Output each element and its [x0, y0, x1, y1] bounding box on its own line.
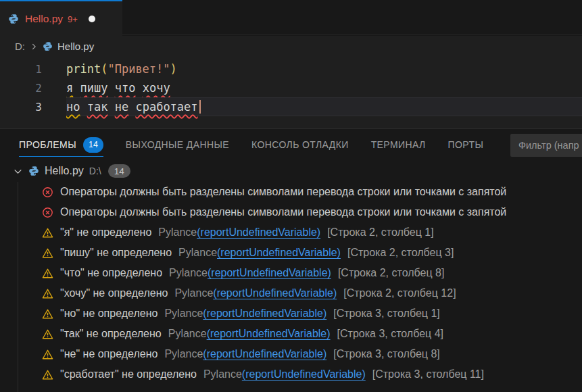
code-line-content[interactable]: print("Привет!") [66, 59, 582, 78]
code-editor[interactable]: 1print("Привет!")2я пишу что хочу3но так… [0, 57, 582, 128]
problem-location: [Строка 3, столбец 11] [372, 368, 484, 381]
problem-code-link[interactable]: (reportUndefinedVariable) [213, 287, 337, 299]
line-number: 1 [0, 63, 42, 76]
problem-location: [Строка 2, столбец 8] [338, 267, 444, 279]
warning-icon [42, 369, 53, 381]
problem-source: Pylance [174, 287, 213, 299]
problem-message: "так" не определено [60, 328, 162, 340]
problems-count-badge: 14 [108, 164, 130, 178]
code-line-content[interactable]: я пишу что хочу [66, 78, 582, 97]
code-line-content[interactable]: но так не сработает [66, 97, 582, 116]
code-token: пишу [80, 81, 108, 95]
panel-tab-консоль-отладки[interactable]: КОНСОЛЬ ОТЛАДКИ [251, 129, 349, 160]
code-line-1[interactable]: 1print("Привет!") [0, 59, 582, 78]
problem-message: Операторы должны быть разделены символам… [60, 206, 506, 218]
problems-file-path: D:\ [89, 166, 101, 176]
problems-filter-input[interactable] [510, 134, 582, 157]
warning-icon [42, 328, 53, 340]
panel-tab-проблемы[interactable]: ПРОБЛЕМЫ14 [19, 129, 103, 160]
problem-source: Pylance [158, 226, 197, 239]
problem-row[interactable]: "пишу" не определеноPylance(reportUndefi… [0, 243, 582, 263]
tab-title: Hello.py [25, 13, 63, 25]
problem-message: "хочу" не определено [60, 287, 168, 299]
vscode-window: Hello.py 9+ D: Hello.py 1print("Привет!"… [0, 0, 582, 392]
problem-row[interactable]: "не" не определеноPylance(reportUndefine… [0, 344, 582, 364]
line-number: 2 [0, 82, 42, 95]
problems-tree: Hello.py D:\ 14 Операторы должны быть ра… [0, 160, 582, 392]
warning-icon [42, 268, 53, 279]
problems-file-name: Hello.py [45, 165, 84, 177]
code-token: сработает [135, 100, 197, 114]
problem-message: Операторы должны быть разделены символам… [60, 186, 506, 198]
problem-row[interactable]: Операторы должны быть разделены символам… [0, 182, 582, 202]
problem-source: Pylance [178, 247, 217, 259]
problem-message: "сработает" не определено [60, 368, 197, 381]
code-line-3[interactable]: 3но так не сработает [0, 97, 582, 116]
panel-tab-порты[interactable]: ПОРТЫ [448, 129, 484, 160]
problem-row[interactable]: Операторы должны быть разделены символам… [0, 202, 582, 222]
tree-indent-guide [18, 182, 18, 392]
problem-row[interactable]: "я" не определеноPylance(reportUndefined… [0, 222, 582, 243]
code-token [80, 100, 87, 114]
problem-location: [Строка 2, столбец 12] [343, 287, 456, 299]
problem-location: [Строка 3, столбец 8] [333, 348, 439, 360]
code-line-2[interactable]: 2я пишу что хочу [0, 78, 582, 97]
problem-row[interactable]: "хочу" не определеноPylance(reportUndefi… [0, 283, 582, 303]
warning-icon [42, 308, 53, 320]
code-token: print [66, 62, 101, 76]
problems-file-group[interactable]: Hello.py D:\ 14 [0, 160, 582, 182]
problem-location: [Строка 2, столбец 3] [347, 247, 454, 259]
problem-message: "но" не определено [60, 308, 157, 320]
panel-tab-label: ТЕРМИНАЛ [371, 139, 426, 150]
python-icon [8, 14, 19, 24]
problem-code-link[interactable]: (reportUndefinedVariable) [208, 267, 331, 279]
problem-row[interactable]: "что" не определеноPylance(reportUndefin… [0, 263, 582, 283]
problem-location: [Строка 3, столбец 4] [337, 328, 443, 340]
warning-icon [42, 349, 53, 360]
code-token: что [115, 81, 136, 95]
problem-source: Pylance [164, 348, 203, 360]
code-token: не [115, 100, 128, 114]
code-token: я [66, 81, 73, 95]
panel-tab-выходные-данные[interactable]: ВЫХОДНЫЕ ДАННЫЕ [126, 129, 229, 160]
chevron-down-icon[interactable] [12, 166, 24, 177]
modified-dot-icon[interactable] [89, 16, 95, 22]
code-token: "Привет!" [107, 62, 170, 76]
problem-message: "что" не определено [60, 267, 162, 279]
warning-icon [42, 288, 53, 299]
code-token [73, 81, 80, 95]
problem-message: "пишу" не определено [60, 247, 172, 259]
problem-source: Pylance [203, 368, 242, 381]
panel-tab-label: ПОРТЫ [448, 139, 484, 150]
problem-code-link[interactable]: (reportUndefinedVariable) [242, 368, 366, 381]
problem-code-link[interactable]: (reportUndefinedVariable) [217, 247, 341, 259]
problem-location: [Строка 3, столбец 1] [333, 308, 439, 320]
code-token: ( [101, 62, 107, 76]
bottom-panel: ПРОБЛЕМЫ14ВЫХОДНЫЕ ДАННЫЕКОНСОЛЬ ОТЛАДКИ… [0, 128, 582, 392]
code-token: но [66, 100, 80, 114]
problem-message: "не" не определено [60, 348, 157, 360]
problem-code-link[interactable]: (reportUndefinedVariable) [203, 308, 326, 320]
chevron-right-icon [29, 42, 39, 51]
problem-row[interactable]: "но" не определеноPylance(reportUndefine… [0, 303, 582, 324]
problem-code-link[interactable]: (reportUndefinedVariable) [207, 328, 331, 340]
editor-tab-bar: Hello.py 9+ [0, 0, 582, 35]
code-token [107, 81, 114, 95]
problem-row[interactable]: "сработает" не определеноPylance(reportU… [0, 364, 582, 385]
error-icon [42, 187, 53, 198]
error-icon [42, 207, 53, 218]
tab-hello-py[interactable]: Hello.py 9+ [0, 0, 122, 36]
problem-code-link[interactable]: (reportUndefinedVariable) [197, 226, 320, 239]
python-icon [28, 166, 39, 176]
panel-tab-label: КОНСОЛЬ ОТЛАДКИ [251, 139, 349, 150]
panel-tab-badge: 14 [83, 137, 103, 153]
breadcrumb-drive[interactable]: D: [15, 41, 25, 52]
breadcrumb-file[interactable]: Hello.py [57, 41, 94, 52]
problem-row[interactable]: "так" не определеноPylance(reportUndefin… [0, 324, 582, 344]
problem-location: [Строка 2, столбец 1] [327, 226, 433, 239]
problem-source: Pylance [169, 267, 208, 279]
code-token: ) [170, 62, 177, 76]
problem-code-link[interactable]: (reportUndefinedVariable) [203, 348, 326, 360]
panel-tab-терминал[interactable]: ТЕРМИНАЛ [371, 129, 426, 160]
python-icon [43, 41, 53, 51]
